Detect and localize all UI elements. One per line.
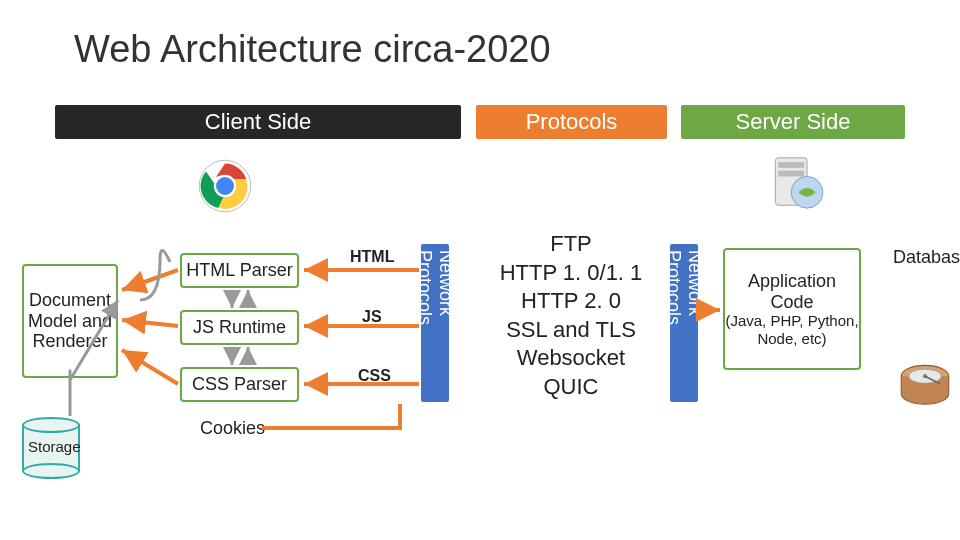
header-server-side: Server Side: [681, 105, 905, 139]
protocol-item: HTTP 1. 0/1. 1: [478, 259, 664, 288]
protocol-item: SSL and TLS: [478, 316, 664, 345]
storage-label: Storage: [28, 438, 81, 455]
document-model-renderer-box: Document Model and Renderer: [22, 264, 118, 378]
svg-line-9: [122, 270, 178, 290]
css-parser-box: CSS Parser: [180, 367, 299, 402]
network-protocols-server-box: Network Protocols: [670, 244, 698, 402]
application-code-box: Application Code (Java, PHP, Python, Nod…: [723, 248, 861, 370]
database-label: Database: [893, 247, 960, 268]
css-data-label: CSS: [358, 367, 391, 385]
protocol-item: QUIC: [478, 373, 664, 402]
cookies-label: Cookies: [200, 418, 265, 439]
protocols-list: FTP HTTP 1. 0/1. 1 HTTP 2. 0 SSL and TLS…: [478, 230, 664, 402]
protocol-item: HTTP 2. 0: [478, 287, 664, 316]
protocol-item: FTP: [478, 230, 664, 259]
header-protocols: Protocols: [476, 105, 667, 139]
app-code-sub: (Java, PHP, Python, Node, etc): [725, 312, 859, 347]
header-client-side: Client Side: [55, 105, 461, 139]
js-data-label: JS: [362, 308, 382, 326]
svg-rect-3: [778, 162, 804, 168]
hard-disk-icon: [898, 358, 952, 416]
chrome-browser-icon: [197, 158, 253, 214]
network-protocols-client-box: Network Protocols: [421, 244, 449, 402]
protocol-item: Websocket: [478, 344, 664, 373]
svg-line-11: [122, 350, 178, 384]
svg-rect-4: [778, 171, 804, 177]
html-parser-box: HTML Parser: [180, 253, 299, 288]
html-data-label: HTML: [350, 248, 394, 266]
app-code-title: Application Code: [725, 271, 859, 312]
svg-line-10: [122, 320, 178, 326]
server-icon: [766, 152, 828, 224]
slide-title: Web Architecture circa-2020: [74, 28, 551, 71]
js-runtime-box: JS Runtime: [180, 310, 299, 345]
svg-point-1: [215, 176, 235, 196]
